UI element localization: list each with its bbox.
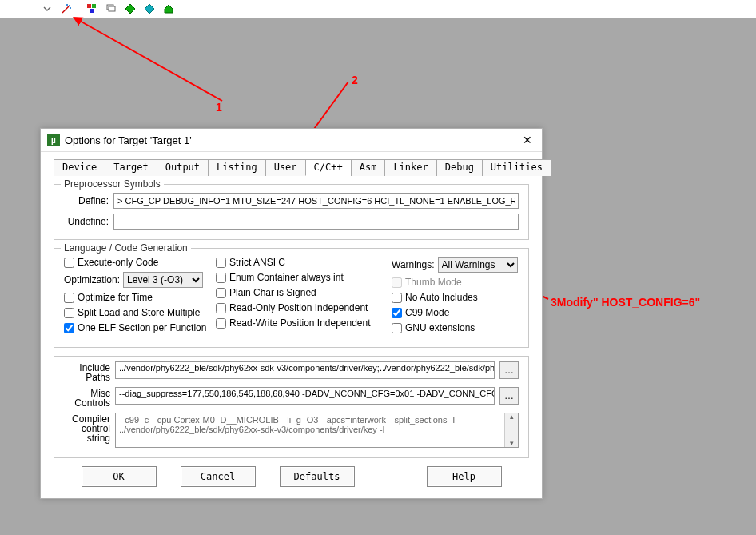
house-icon[interactable]: [161, 2, 176, 16]
diamond-teal-icon[interactable]: [142, 2, 157, 16]
blocks-icon[interactable]: [85, 2, 99, 16]
svg-rect-5: [90, 9, 94, 13]
stack-icon[interactable]: [104, 2, 118, 16]
wand-icon[interactable]: [59, 2, 74, 16]
toolbar: [0, 0, 756, 18]
svg-rect-4: [92, 4, 96, 8]
svg-rect-3: [87, 4, 91, 8]
diamond-green-icon[interactable]: [123, 2, 137, 16]
svg-point-0: [69, 5, 70, 6]
svg-rect-7: [109, 6, 115, 11]
svg-point-2: [66, 4, 68, 6]
svg-point-1: [70, 7, 71, 9]
dropdown-icon[interactable]: [40, 2, 54, 16]
